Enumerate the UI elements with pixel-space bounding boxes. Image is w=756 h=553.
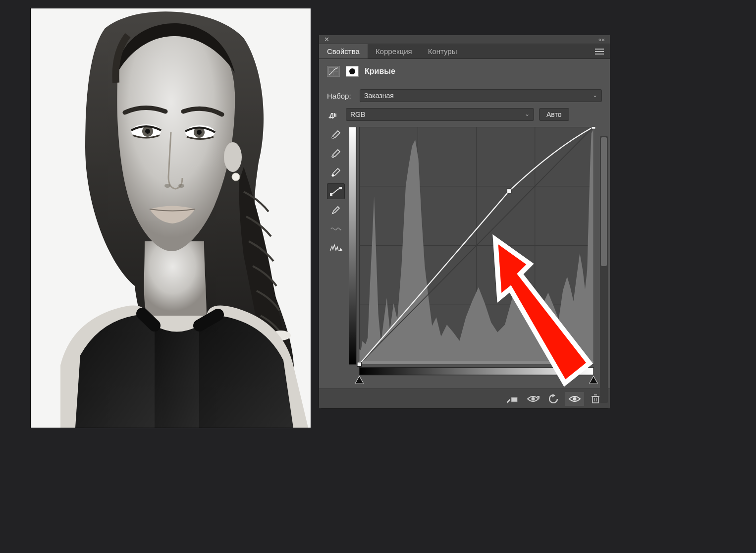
tab-paths[interactable]: Контуры	[420, 44, 465, 58]
eyedropper-gray-icon[interactable]	[327, 146, 345, 162]
black-point-slider[interactable]	[355, 376, 364, 384]
svg-point-21	[332, 156, 334, 158]
svg-rect-36	[357, 362, 362, 367]
curves-graph[interactable]	[349, 127, 602, 384]
svg-marker-43	[552, 394, 555, 397]
curves-area: !	[319, 124, 610, 388]
preset-row: Набор: Заказная	[319, 86, 610, 105]
scrollbar-thumb[interactable]	[601, 137, 607, 266]
svg-rect-23	[330, 193, 332, 196]
preset-select[interactable]: Заказная	[360, 89, 602, 102]
smooth-icon[interactable]	[327, 221, 345, 237]
preset-label: Набор:	[327, 92, 355, 100]
eyedropper-white-icon[interactable]	[327, 165, 345, 180]
panel-topbar: ✕ ««	[319, 35, 610, 44]
svg-rect-40	[511, 397, 517, 402]
svg-rect-26	[349, 127, 356, 364]
document-canvas[interactable]	[31, 8, 311, 428]
visibility-icon[interactable]	[565, 392, 584, 406]
auto-button[interactable]: Авто	[539, 108, 569, 121]
eyedropper-black-icon[interactable]	[327, 127, 345, 143]
svg-marker-18	[328, 116, 330, 119]
adjustment-title: Кривые	[365, 67, 395, 76]
adjustment-header: Кривые	[319, 64, 610, 82]
svg-marker-39	[507, 398, 510, 403]
properties-panel: ✕ «« Свойства Коррекция Контуры Кривые Н…	[319, 35, 610, 409]
preset-value: Заказная	[364, 92, 394, 100]
svg-rect-24	[339, 187, 342, 189]
clip-warning-icon[interactable]: !	[327, 240, 345, 256]
view-previous-icon[interactable]	[524, 392, 542, 406]
svg-point-44	[573, 397, 577, 400]
panel-footer	[319, 388, 610, 408]
svg-point-20	[332, 137, 334, 139]
panel-menu-icon[interactable]	[589, 44, 610, 58]
curves-adjustment-icon	[327, 66, 340, 77]
curve-edit-icon[interactable]	[327, 183, 345, 199]
channel-row: RGB Авто	[319, 105, 610, 124]
svg-rect-45	[593, 396, 598, 403]
svg-rect-37	[592, 127, 596, 129]
panel-tabs: Свойства Коррекция Контуры	[319, 44, 610, 59]
tab-adjustments[interactable]: Коррекция	[368, 44, 420, 58]
svg-point-22	[332, 174, 334, 176]
svg-point-3	[232, 173, 240, 181]
svg-rect-34	[359, 361, 594, 364]
svg-point-10	[164, 184, 170, 188]
tab-properties[interactable]: Свойства	[319, 44, 368, 58]
svg-text:!: !	[340, 247, 341, 252]
svg-point-41	[532, 397, 535, 400]
close-icon[interactable]: ✕	[324, 36, 329, 43]
collapse-icon[interactable]: ««	[598, 36, 605, 43]
channel-value: RGB	[350, 111, 365, 118]
curves-tool-strip: !	[327, 127, 345, 384]
pencil-icon[interactable]	[327, 202, 345, 218]
panel-body: Кривые Набор: Заказная RGB Авто	[319, 59, 610, 388]
reset-icon[interactable]	[544, 392, 563, 406]
clip-to-layer-icon[interactable]	[503, 392, 522, 406]
svg-point-2	[224, 142, 242, 172]
curve-midpoint-handle[interactable]	[507, 189, 511, 193]
svg-point-11	[178, 184, 184, 188]
panel-scrollbar[interactable]	[600, 136, 608, 403]
layer-mask-icon[interactable]	[346, 66, 359, 77]
svg-point-9	[197, 130, 202, 135]
svg-rect-38	[359, 368, 594, 375]
white-point-slider[interactable]	[589, 376, 597, 384]
svg-point-6	[145, 129, 150, 134]
targeted-adjustment-icon[interactable]	[327, 110, 341, 119]
channel-select[interactable]: RGB	[346, 108, 534, 121]
